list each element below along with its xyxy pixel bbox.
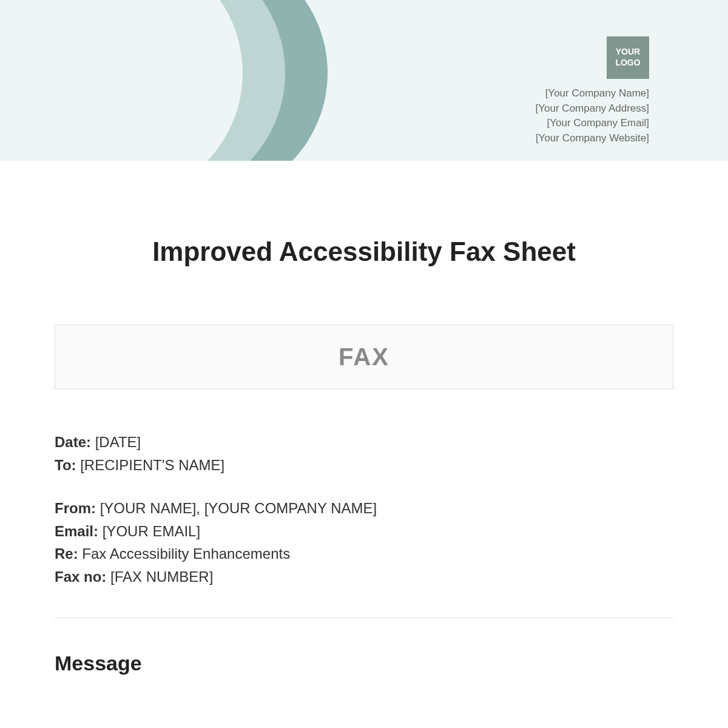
company-name: [Your Company Name] — [536, 86, 649, 101]
field-faxno: Fax no: [FAX NUMBER] — [55, 567, 673, 587]
faxno-value: [FAX NUMBER] — [106, 568, 213, 585]
email-value: [YOUR EMAIL] — [98, 523, 200, 539]
page-title: Improved Accessibility Fax Sheet — [55, 237, 673, 267]
logo-text-line1: YOUR — [616, 47, 640, 56]
field-list: Date: [DATE] To: [RECIPIENT'S NAME] From… — [55, 432, 673, 587]
company-address: [Your Company Address] — [536, 101, 649, 116]
date-value: [DATE] — [91, 434, 141, 450]
logo-text-line2: LOGO — [615, 58, 640, 67]
to-value: [RECIPIENT'S NAME] — [76, 457, 225, 473]
document-content: Improved Accessibility Fax Sheet FAX Dat… — [0, 237, 728, 675]
re-label: Re: — [55, 545, 78, 562]
field-from: From: [YOUR NAME], [YOUR COMPANY NAME] — [55, 498, 673, 519]
to-label: To: — [55, 457, 76, 473]
company-website: [Your Company Website] — [536, 131, 649, 146]
message-heading: Message — [55, 652, 673, 675]
fax-label-box: FAX — [55, 325, 673, 389]
date-label: Date: — [55, 434, 91, 450]
logo-block: YOUR LOGO [Your Company Name] [Your Comp… — [536, 36, 649, 146]
fax-label-text: FAX — [339, 343, 389, 370]
from-value: [YOUR NAME], [YOUR COMPANY NAME] — [96, 500, 377, 516]
field-date: Date: [DATE] — [55, 432, 673, 453]
re-value: Fax Accessibility Enhancements — [78, 545, 291, 562]
field-email: Email: [YOUR EMAIL] — [55, 521, 673, 542]
field-re: Re: Fax Accessibility Enhancements — [55, 544, 673, 564]
from-label: From: — [55, 500, 96, 516]
logo-placeholder: YOUR LOGO — [607, 36, 649, 79]
company-info: [Your Company Name] [Your Company Addres… — [536, 86, 649, 146]
company-email: [Your Company Email] — [536, 116, 649, 131]
email-label: Email: — [55, 523, 98, 539]
faxno-label: Fax no: — [55, 568, 106, 585]
crescent-bg — [0, 0, 243, 161]
divider — [55, 618, 673, 618]
header-banner: YOUR LOGO [Your Company Name] [Your Comp… — [0, 0, 728, 161]
decorative-crescents — [73, 0, 285, 161]
field-to: To: [RECIPIENT'S NAME] — [55, 455, 673, 476]
